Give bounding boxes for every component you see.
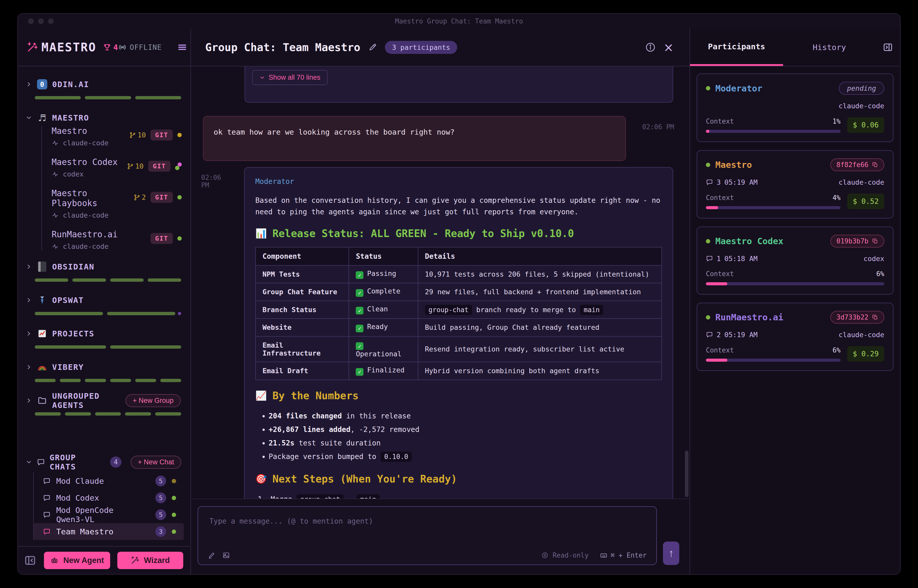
sidebar-group-opswat[interactable]: OPSWAT [18,293,190,307]
composer-toolbar: Read-only ⌘ + Enter [208,551,647,559]
agent-row-maestro-playbooks[interactable]: Maestro Playbooks claude-code 2 [52,188,190,219]
target-icon: 🎯 [255,473,267,484]
git-badge: GIT [148,161,170,172]
runtime-label: claude-code [839,178,884,186]
list-text: Merge [270,495,296,499]
tab-history[interactable]: History [783,29,876,66]
group-name: 0DIN.AI [52,80,89,89]
scrollbar-thumb[interactable] [685,451,688,497]
chat-bubble-icon [43,528,50,535]
send-button[interactable]: ↑ [663,541,679,565]
collapse-panel-icon[interactable] [876,29,900,66]
new-agent-button[interactable]: New Agent [44,552,110,569]
agent-row-runmaestro[interactable]: RunMaestro.ai claude-code GIT [52,229,190,250]
agent-runtime-label: codex [63,170,84,178]
table-row: Website ✓Ready Build passing, Group Chat… [256,318,662,336]
participant-card-moderator[interactable]: Moderator pending claude-code Context 1% [697,74,894,142]
table-row: Group Chat Feature ✓Complete 29 new file… [256,283,662,301]
sidebar-group-obsidian[interactable]: OBSIDIAN [18,260,190,274]
status-cell: ✓Ready [349,318,418,336]
card-meta: 2 05:19 AM claude-code [706,330,884,339]
status-label: Operational [356,350,402,358]
new-chat-button[interactable]: + New Chat [131,456,181,469]
group-chats-header[interactable]: GROUP CHATS 4 + New Chat [18,454,190,470]
check-icon: ✓ [356,325,363,332]
participant-card-runmaestro[interactable]: RunMaestro.ai 3d733b22 2 05:19 AM [697,303,894,371]
copy-icon[interactable] [872,314,878,320]
info-icon[interactable] [645,42,656,53]
status-cell: ✓Complete [349,283,418,301]
column-header: Status [349,247,418,265]
sidebar-group-projects[interactable]: PROJECTS [18,326,190,341]
copy-icon[interactable] [872,238,878,244]
eye-readonly-icon [541,552,549,559]
sidebar-group-vibery[interactable]: VIBERY [18,360,190,374]
wizard-label: Wizard [144,556,170,565]
edit-title-pencil-icon[interactable] [368,43,377,52]
traffic-lights[interactable] [28,18,53,24]
message-input[interactable] [198,507,656,540]
trophy-counter[interactable]: 4 [103,43,118,52]
card-meta: claude-code [706,101,884,111]
participant-card-maestro-codex[interactable]: Maestro Codex 019b3b7b 1 05:18 AM [697,226,894,294]
session-hash-badge[interactable]: 3d733b22 [831,311,884,324]
chevron-right-icon [26,397,32,404]
group-chat-item-mod-opencode[interactable]: Mod OpenCode Qwen3-VL 5 [34,506,184,523]
show-all-lines-button[interactable]: Show all 70 lines [252,70,328,85]
close-window-button[interactable] [28,18,34,24]
participants-panel: Participants History Moderator pending [690,29,900,574]
sidebar-group-ungrouped[interactable]: UNGROUPED AGENTS + New Group [18,393,190,408]
numbers-list: 204 files changed in this release +26,86… [255,409,662,464]
chevron-down-icon [26,459,32,465]
sidebar-group-maestro[interactable]: MAESTRO [18,111,190,125]
check-icon: ✓ [356,368,363,376]
session-hash-badge[interactable]: 019b3b7b [831,235,884,247]
card-meta: 3 05:19 AM claude-code [706,177,884,187]
participants-badge[interactable]: 3 participants [385,41,457,54]
wizard-button[interactable]: Wizard [117,552,183,569]
folder-icon [37,395,47,406]
new-group-button[interactable]: + New Group [126,395,180,407]
group-chat-item-mod-claude[interactable]: Mod Claude 5 [34,473,184,489]
group-chat-item-mod-codex[interactable]: Mod Codex 5 [34,489,184,506]
menu-icon[interactable] [177,42,187,52]
agent-row-maestro-codex[interactable]: Maestro Codex codex 10 [52,157,190,178]
panel-tabs: Participants History [690,29,900,66]
progress-bar-segment [148,278,181,282]
shortcut-label: ⌘ + Enter [610,551,647,559]
collapse-sidebar-icon[interactable] [24,554,37,567]
close-chat-icon[interactable]: × [664,41,674,53]
participant-card-maestro[interactable]: Maestro 8f82fe66 3 05:19 AM [697,150,894,218]
agent-runtime: claude-code [52,139,108,147]
sidebar-group-odin[interactable]: 0 0DIN.AI [18,77,190,91]
progress-bar-segment [85,379,106,382]
app-body: MAESTRO 4 OFFLINE [18,29,900,574]
group-chat-item-team-maestro[interactable]: Team Maestro 3 [34,523,184,540]
runtime-label: codex [864,255,884,263]
agent-runtime-label: claude-code [63,211,108,219]
progress-bar-segment [110,345,181,349]
component-cell: Email Draft [256,362,349,380]
details-cell: Build passing, Group Chat already featur… [418,318,662,336]
image-attach-icon[interactable] [222,551,230,559]
agent-status-dot [177,236,182,241]
branch-count: 10 [135,162,144,170]
progress-bar-segment [35,312,103,315]
agent-row-maestro[interactable]: Maestro claude-code 10 [52,126,190,147]
group-name: MAESTRO [52,113,89,122]
minimize-window-button[interactable] [38,18,44,24]
cost-badge: $ 0.06 [847,117,884,133]
status-label: Clean [367,305,388,313]
pencil-icon[interactable] [208,551,215,559]
tab-participants[interactable]: Participants [690,29,783,66]
readonly-label: Read-only [552,551,589,559]
copy-icon[interactable] [872,162,878,168]
details-cell: Resend integration ready, subscriber lis… [418,336,662,362]
window-title: Maestro Group Chat: Team Maestro [18,17,900,25]
message-intro: Based on the conversation history, I can… [255,195,662,218]
session-hash-badge[interactable]: 8f82fe66 [831,158,884,171]
truncated-message: Show all 70 lines [244,66,673,103]
by-the-numbers-heading: 📈 By the Numbers [255,390,662,402]
chat-scroll-area[interactable]: Show all 70 lines ok team how are we loo… [191,66,690,499]
zoom-window-button[interactable] [48,18,53,24]
